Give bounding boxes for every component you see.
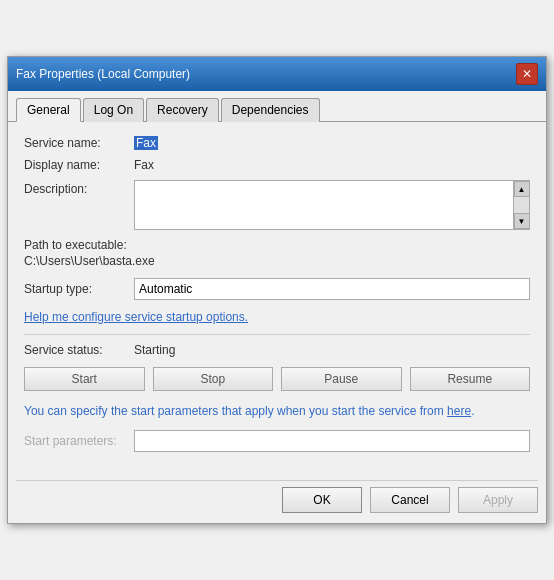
action-buttons-bar: OK Cancel Apply: [8, 481, 546, 523]
description-scrollbar: ▲ ▼: [513, 181, 529, 229]
start-params-input[interactable]: [134, 430, 530, 452]
dialog-title: Fax Properties (Local Computer): [16, 67, 190, 81]
scroll-down-arrow[interactable]: ▼: [514, 213, 530, 229]
startup-type-select[interactable]: Automatic Manual Disabled: [134, 278, 530, 300]
start-params-label: Start parameters:: [24, 434, 134, 448]
tab-bar: General Log On Recovery Dependencies: [8, 91, 546, 122]
service-status-label: Service status:: [24, 343, 134, 357]
info-text: You can specify the start parameters tha…: [24, 403, 530, 420]
apply-button[interactable]: Apply: [458, 487, 538, 513]
path-label: Path to executable:: [24, 238, 530, 252]
description-box: ▲ ▼: [134, 180, 530, 230]
service-control-buttons: Start Stop Pause Resume: [24, 367, 530, 391]
tab-content: Service name: Fax Display name: Fax Desc…: [8, 122, 546, 480]
display-name-row: Display name: Fax: [24, 158, 530, 172]
pause-button[interactable]: Pause: [281, 367, 402, 391]
scroll-up-arrow[interactable]: ▲: [514, 181, 530, 197]
description-input[interactable]: [135, 181, 513, 229]
service-name-row: Service name: Fax: [24, 136, 530, 150]
resume-button[interactable]: Resume: [410, 367, 531, 391]
info-text-link[interactable]: here: [447, 404, 471, 418]
cancel-button[interactable]: Cancel: [370, 487, 450, 513]
close-button[interactable]: ✕: [516, 63, 538, 85]
start-params-row: Start parameters:: [24, 430, 530, 452]
info-text-part1: You can specify the start parameters tha…: [24, 404, 444, 418]
startup-type-row: Startup type: Automatic Manual Disabled: [24, 278, 530, 300]
tab-recovery[interactable]: Recovery: [146, 98, 219, 122]
description-row: Description: ▲ ▼: [24, 180, 530, 230]
display-name-value: Fax: [134, 158, 154, 172]
path-value: C:\Users\User\basta.exe: [24, 254, 530, 268]
tab-general[interactable]: General: [16, 98, 81, 122]
path-section: Path to executable: C:\Users\User\basta.…: [24, 238, 530, 268]
service-name-label: Service name:: [24, 136, 134, 150]
ok-button[interactable]: OK: [282, 487, 362, 513]
start-button[interactable]: Start: [24, 367, 145, 391]
startup-select-wrapper: Automatic Manual Disabled: [134, 278, 530, 300]
help-link[interactable]: Help me configure service startup option…: [24, 310, 530, 324]
title-bar: Fax Properties (Local Computer) ✕: [8, 57, 546, 91]
close-icon: ✕: [522, 67, 532, 81]
startup-type-label: Startup type:: [24, 282, 134, 296]
service-status-value: Starting: [134, 343, 175, 357]
tab-dependencies[interactable]: Dependencies: [221, 98, 320, 122]
service-name-value: Fax: [134, 136, 158, 150]
display-name-label: Display name:: [24, 158, 134, 172]
stop-button[interactable]: Stop: [153, 367, 274, 391]
info-text-part2: .: [471, 404, 474, 418]
divider-1: [24, 334, 530, 335]
service-status-row: Service status: Starting: [24, 343, 530, 357]
tab-logon[interactable]: Log On: [83, 98, 144, 122]
dialog-window: Fax Properties (Local Computer) ✕ Genera…: [7, 56, 547, 524]
description-label: Description:: [24, 180, 134, 196]
